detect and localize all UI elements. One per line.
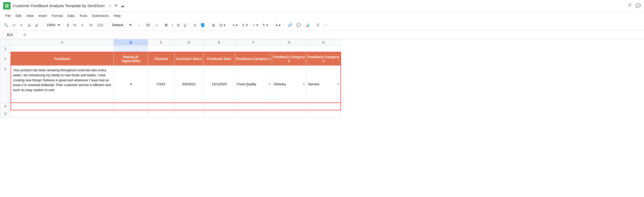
font-selector[interactable]: Default... — [109, 22, 133, 28]
insert-chart-button[interactable]: 📊 — [304, 22, 311, 28]
doc-sync-icon[interactable]: ⊕ — [115, 3, 118, 8]
cell-f3-cat1[interactable]: Food Quality ▾ — [235, 66, 272, 103]
header-cell-customer-since[interactable]: Customer Since — [174, 52, 203, 66]
header-cell-cat1[interactable]: Feedback Category 1 — [235, 52, 272, 66]
cell-a4[interactable] — [11, 103, 114, 110]
header-cell-cat3[interactable]: Feedback Category 3 — [306, 52, 341, 66]
cell-f1[interactable] — [235, 46, 272, 52]
text-color-button[interactable]: A — [192, 22, 197, 28]
halign-button[interactable]: ≡ ▾ — [231, 22, 239, 28]
cat2-dropdown-arrow[interactable]: ▾ — [303, 83, 305, 86]
menu-extensions[interactable]: Extensions — [90, 13, 111, 18]
menu-help[interactable]: Help — [111, 13, 123, 18]
merge-button[interactable]: ⊟ ▾ — [218, 22, 227, 28]
menu-insert[interactable]: Insert — [36, 13, 49, 18]
cell-a5[interactable] — [11, 110, 114, 118]
font-size-input[interactable] — [143, 22, 153, 28]
col-header-f[interactable]: F — [235, 39, 272, 46]
cell-g1[interactable] — [272, 46, 306, 52]
cell-d1[interactable] — [174, 46, 203, 52]
cell-d5[interactable] — [174, 110, 203, 118]
col-header-a[interactable]: A — [11, 39, 114, 46]
cell-f4[interactable] — [235, 103, 272, 110]
zoom-selector[interactable]: 100% — [44, 22, 61, 28]
header-cell-cat2[interactable]: Feedback Category 2 — [272, 52, 306, 66]
cell-h4[interactable] — [306, 103, 341, 110]
menu-format[interactable]: Format — [50, 13, 65, 18]
bold-button[interactable]: B — [163, 22, 169, 28]
more-button[interactable]: ⋯ — [322, 22, 329, 28]
cell-c3-channel[interactable]: CSAT — [148, 66, 174, 103]
formula-input[interactable] — [28, 33, 642, 37]
cell-a1[interactable] — [11, 46, 114, 52]
header-cell-feedback-date[interactable]: Feedback Date — [203, 52, 235, 66]
currency-button[interactable]: $ — [65, 22, 70, 28]
sheet-container[interactable]: A B C D E F G H 1 — [0, 39, 644, 197]
print-button[interactable]: 🖨 — [26, 22, 32, 28]
cell-c4[interactable] — [148, 103, 174, 110]
col-header-b[interactable]: B — [114, 39, 148, 46]
cell-h5[interactable] — [306, 110, 341, 118]
cell-b5[interactable] — [114, 110, 148, 118]
cell-g4[interactable] — [272, 103, 306, 110]
filter-button[interactable]: ⊽ — [315, 22, 321, 28]
rotate-button[interactable]: ↻ ▾ — [261, 22, 270, 28]
cell-c1[interactable] — [148, 46, 174, 52]
col-header-d[interactable]: D — [174, 39, 203, 46]
format-123-button[interactable]: 123 — [95, 22, 105, 28]
menu-tools[interactable]: Tools — [77, 13, 89, 18]
cell-e5[interactable] — [203, 110, 235, 118]
header-cell-feedback[interactable]: Feedback — [11, 52, 114, 66]
menu-file[interactable]: File — [3, 13, 13, 18]
col-header-h[interactable]: H — [306, 39, 341, 46]
cell-f5[interactable] — [235, 110, 272, 118]
percent-button[interactable]: % — [72, 22, 78, 28]
cell-g5[interactable] — [272, 110, 306, 118]
cell-b4[interactable] — [114, 103, 148, 110]
cell-g3-cat2[interactable]: Delivery ▾ — [272, 66, 306, 103]
cell-a3-feedback[interactable]: Your product has been amazing throughout… — [11, 66, 114, 103]
comment-icon[interactable]: 💬 — [636, 3, 641, 8]
header-cell-channel[interactable]: Channel — [148, 52, 174, 66]
wrap-button[interactable]: ⤶ ▾ — [250, 22, 260, 28]
cell-e4[interactable] — [203, 103, 235, 110]
decimal-dec-button[interactable]: .0↓ — [79, 22, 86, 28]
cell-b1[interactable] — [114, 46, 148, 52]
undo-button[interactable]: ↩ — [11, 22, 17, 28]
star-icon[interactable]: ☆ — [108, 3, 112, 8]
decimal-inc-button[interactable]: .00 — [87, 22, 94, 28]
redo-button[interactable]: ↪ — [18, 22, 25, 28]
search-button[interactable]: 🔍 — [2, 22, 10, 28]
link-button[interactable]: 🔗 — [286, 22, 294, 28]
cell-d3-customer-since[interactable]: 5/6/2022 — [174, 66, 203, 103]
cell-e1[interactable] — [203, 46, 235, 52]
menu-view[interactable]: View — [24, 13, 36, 18]
cell-h1[interactable] — [306, 46, 341, 52]
col-header-e[interactable]: E — [203, 39, 235, 46]
menu-data[interactable]: Data — [65, 13, 77, 18]
strikethrough-button[interactable]: S — [176, 22, 181, 28]
font-size-increase[interactable]: + — [154, 22, 159, 28]
menu-edit[interactable]: Edit — [13, 13, 23, 18]
col-header-g[interactable]: G — [272, 39, 306, 46]
valign-button[interactable]: ⇕ ▾ — [240, 22, 249, 28]
history-icon[interactable]: ⏱ — [628, 3, 632, 8]
insert-comment-button[interactable]: 💬 — [295, 22, 302, 28]
cell-h3-cat3[interactable]: Service ▾ — [306, 66, 341, 103]
cat3-dropdown-arrow[interactable]: ▾ — [338, 83, 339, 86]
cell-c5[interactable] — [148, 110, 174, 118]
underline-button[interactable]: U — [182, 22, 188, 28]
cloud-icon[interactable]: ☁ — [120, 3, 125, 8]
header-cell-rating[interactable]: Rating (If Applicable) — [114, 52, 148, 66]
cell-b3-rating[interactable]: 4 — [114, 66, 148, 103]
font-color-a-button[interactable]: A ▾ — [274, 22, 282, 28]
cell-e3-feedback-date[interactable]: 12/1/2023 — [203, 66, 235, 103]
font-size-decrease[interactable]: − — [137, 22, 142, 28]
cell-d4[interactable] — [174, 103, 203, 110]
fill-color-button[interactable]: 🪣 — [199, 22, 206, 28]
cat1-dropdown-arrow[interactable]: ▾ — [269, 83, 270, 86]
cell-reference-input[interactable] — [2, 32, 18, 37]
italic-button[interactable]: I — [170, 22, 174, 28]
col-header-c[interactable]: C — [148, 39, 174, 46]
paint-format-button[interactable]: 🖌 — [34, 22, 40, 28]
